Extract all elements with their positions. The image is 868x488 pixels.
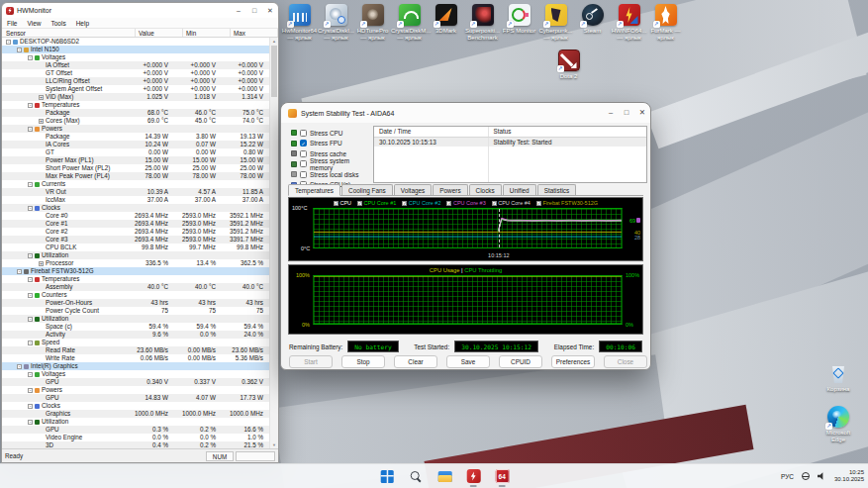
menu-file[interactable]: File — [2, 20, 22, 27]
desktop-icon-steam[interactable]: ↗Steam — [574, 4, 611, 42]
tree-expander[interactable]: - — [28, 341, 33, 345]
sensor-row[interactable]: LLC/Ring Offset+0.000 V+0.000 V+0.000 V — [2, 77, 269, 85]
preferences-button[interactable]: Preferences — [551, 355, 595, 368]
tree-expander[interactable]: - — [17, 48, 22, 52]
checkbox[interactable] — [300, 171, 307, 178]
language-indicator[interactable]: РУС — [781, 473, 794, 480]
sensor-row[interactable]: -Powers — [2, 386, 269, 394]
sensor-row[interactable]: GPU0.3 %0.2 %16.6 % — [2, 426, 269, 434]
sensor-row[interactable]: -Currents — [2, 180, 269, 188]
tab-statistics[interactable]: Statistics — [537, 184, 577, 195]
tree-expander[interactable]: - — [17, 364, 22, 369]
sensor-row[interactable]: GPU0.340 V0.337 V0.362 V — [2, 378, 269, 386]
log-row[interactable]: 30.10.2025 10:15:13Stability Test: Start… — [374, 138, 646, 146]
sensor-row[interactable]: -Temperatures — [2, 101, 269, 109]
checkbox[interactable] — [300, 130, 307, 137]
tree-expander[interactable]: - — [17, 269, 22, 274]
legend-checkbox[interactable]: ✓ — [492, 201, 497, 206]
checkbox[interactable] — [300, 150, 307, 157]
sensor-row[interactable]: -DESKTOP-N6B6SD2 — [2, 38, 269, 46]
sensor-row[interactable]: -Intel N150 — [2, 46, 269, 53]
desktop-icon-hwinfo[interactable]: ↗HWiNFO64...— ярлык — [611, 4, 647, 42]
tree-expander[interactable]: - — [28, 127, 33, 132]
tree-expander[interactable]: + — [39, 261, 44, 266]
sensor-row[interactable]: Package14.39 W3.80 W19.13 W — [2, 133, 269, 141]
close-button[interactable]: ✕ — [634, 103, 650, 123]
tree-expander[interactable]: - — [28, 420, 33, 425]
sensor-row[interactable]: +VID (Max)1.025 V1.018 V1.314 V — [2, 93, 269, 101]
tree-expander[interactable]: - — [28, 404, 33, 409]
close-button[interactable]: ✕ — [262, 3, 278, 18]
legend-checkbox[interactable]: ✓ — [334, 201, 338, 206]
sensor-row[interactable]: GPU14.83 W4.07 W17.73 W — [2, 394, 269, 402]
sensor-row[interactable]: Core #12693.4 MHz2593.0 MHz3591.2 MHz — [2, 220, 269, 228]
menu-tools[interactable]: Tools — [46, 20, 70, 27]
start-button[interactable] — [378, 465, 396, 487]
vertical-scrollbar[interactable]: ▲ ▼ — [269, 38, 278, 448]
stability-log-table[interactable]: Date / TimeStatus30.10.2025 10:15:13Stab… — [373, 126, 647, 183]
tree-expander[interactable]: - — [28, 103, 33, 108]
sensor-row[interactable]: VR Out10.39 A4.57 A11.85 A — [2, 188, 269, 196]
sensor-row[interactable]: -Counters — [2, 291, 269, 299]
sensor-row[interactable]: Power Cycle Count757575 — [2, 307, 269, 315]
sensor-row[interactable]: +Cores (Max)69.0 °C45.0 °C74.0 °C — [2, 117, 269, 125]
sensor-row[interactable]: -Firebat FSTW30-512G — [2, 267, 269, 275]
sensor-row[interactable]: IccMax37.00 A37.00 A37.00 A — [2, 196, 269, 204]
sensor-row[interactable]: Graphics1000.0 MHz1000.0 MHz1000.0 MHz — [2, 410, 269, 418]
tree-expander[interactable]: + — [39, 95, 44, 100]
tree-expander[interactable]: - — [28, 388, 33, 393]
column-header-value[interactable]: Value — [136, 29, 183, 37]
sensor-row[interactable]: Space (c)59.4 %59.4 %59.4 % — [2, 323, 269, 331]
clear-button[interactable]: Clear — [394, 355, 437, 368]
column-header-min[interactable]: Min — [183, 29, 231, 37]
sensor-row[interactable]: Assembly40.0 °C40.0 °C40.0 °C — [2, 283, 269, 291]
sensor-row[interactable]: GT Offset+0.000 V+0.000 V+0.000 V — [2, 69, 269, 77]
desktop-icon-fps[interactable]: ↗FPS Monitor — [501, 4, 537, 42]
legend-checkbox[interactable]: ✓ — [446, 201, 451, 206]
aida64-taskbar-button[interactable]: 64 — [493, 465, 511, 487]
column-header-sensor[interactable]: Sensor — [2, 29, 136, 37]
desktop-icon-mark3d[interactable]: ↗3DMark — [428, 4, 464, 42]
tab-powers[interactable]: Powers — [433, 184, 467, 195]
sensor-row[interactable]: +Processor336.5 %13.4 %362.5 % — [2, 259, 269, 267]
tree-expander[interactable]: - — [28, 277, 33, 282]
sensor-row[interactable]: Power Max (PL1)15.00 W15.00 W15.00 W — [2, 156, 269, 164]
tree-expander[interactable]: - — [28, 317, 33, 322]
scroll-up-icon[interactable]: ▲ — [270, 38, 278, 45]
tab-cooling-fans[interactable]: Cooling Fans — [341, 184, 393, 195]
desktop-icon-hdd[interactable]: ↗HDTunePro— ярлык — [354, 4, 391, 42]
desktop-icon-recycle[interactable]: Корзина — [820, 362, 857, 393]
sensor-row[interactable]: -Speed — [2, 339, 269, 346]
tab-voltages[interactable]: Voltages — [394, 184, 433, 195]
save-button[interactable]: Save — [446, 355, 490, 368]
volume-icon[interactable] — [818, 472, 826, 481]
sensor-row[interactable]: -Utilization — [2, 251, 269, 259]
tab-clocks[interactable]: Clocks — [469, 184, 502, 195]
sensor-row[interactable]: Core #02693.4 MHz2593.0 MHz3592.1 MHz — [2, 212, 269, 220]
stop-button[interactable]: Stop — [341, 355, 385, 368]
tree-expander[interactable]: - — [28, 55, 33, 60]
sensor-row[interactable]: Write Rate0.06 MB/s0.00 MB/s5.36 MB/s — [2, 354, 269, 362]
sensor-row[interactable]: Activity9.6 %0.0 %24.0 % — [2, 331, 269, 339]
tab-unified[interactable]: Unified — [503, 184, 536, 195]
sensor-row[interactable]: 3D0.4 %0.2 %21.5 % — [2, 441, 269, 448]
aida64-titlebar[interactable]: System Stability Test - AIDA64 –□✕ — [281, 103, 650, 123]
tree-expander[interactable]: - — [28, 253, 33, 258]
sensor-row[interactable]: Video Engine0.0 %0.0 %1.0 % — [2, 434, 269, 441]
sensor-row[interactable]: Core #32693.4 MHz2593.0 MHz3391.7 MHz — [2, 236, 269, 244]
desktop-icon-edge[interactable]: ↗MicrosoftEdge — [820, 406, 857, 443]
cpuid-button[interactable]: CPUID — [499, 355, 542, 368]
sensor-row[interactable]: -Voltages — [2, 53, 269, 61]
sensor-row[interactable]: -Clocks — [2, 204, 269, 212]
column-header-max[interactable]: Max — [231, 29, 278, 37]
desktop-icon-superpos[interactable]: ↗Superpositi...Benchmark — [464, 4, 501, 42]
tree-expander[interactable]: - — [28, 372, 33, 377]
sensor-row[interactable]: Core #22693.4 MHz2593.0 MHz3591.2 MHz — [2, 228, 269, 236]
legend-checkbox[interactable]: ✓ — [402, 201, 407, 206]
sensor-row[interactable]: -Powers — [2, 125, 269, 133]
hwmonitor-taskbar-button[interactable] — [464, 465, 482, 487]
checkbox[interactable]: ✓ — [300, 140, 307, 146]
desktop-icon-cyberpunk[interactable]: ↗Cyberpunk...— ярлык — [537, 4, 574, 42]
tree-expander[interactable]: + — [39, 119, 44, 124]
taskbar-clock[interactable]: 10:25 30.10.2025 — [834, 469, 864, 484]
